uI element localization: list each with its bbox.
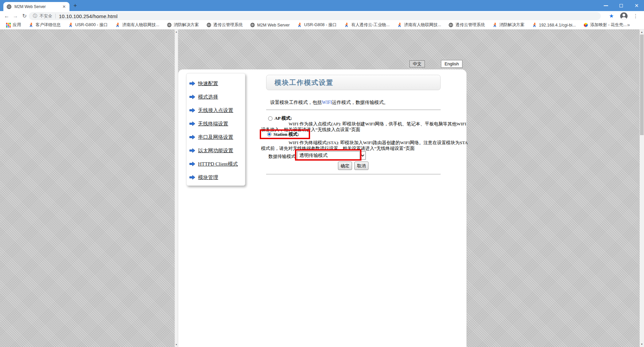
arrow-right-icon: [189, 175, 195, 180]
bookmark-label: USR-G800 - 接口: [75, 22, 108, 28]
bookmark-label: 消防解决方案: [174, 22, 199, 28]
sidebar-link[interactable]: 无线终端设置: [198, 121, 228, 127]
sidebar-item-uart-network[interactable]: 串口及网络设置: [189, 130, 245, 144]
bookmark-item[interactable]: 添加映射 - 花生壳...: [583, 22, 627, 28]
bookmarks-overflow-button[interactable]: »: [627, 22, 630, 27]
bookmark-star-icon[interactable]: ★: [607, 12, 615, 20]
frame-scrollbar[interactable]: ▲ ▼: [175, 30, 178, 347]
divider: [266, 110, 441, 110]
globe-icon: [250, 22, 255, 27]
scroll-up-icon[interactable]: ▲: [640, 30, 644, 35]
intro-text: 设置模块工作模式，包括WIFI运作模式，数据传输模式。: [270, 100, 388, 106]
arrow-right-icon: [189, 121, 195, 126]
browser-scrollbar[interactable]: ▲ ▼: [640, 30, 644, 347]
sidebar-item-sta-settings[interactable]: 无线终端设置: [189, 117, 245, 130]
arrow-right-icon: [189, 135, 195, 139]
globe-icon: [167, 22, 172, 27]
close-window-button[interactable]: ✕: [631, 0, 642, 11]
sidebar-link[interactable]: 快速配置: [198, 80, 218, 87]
sidebar-link[interactable]: 以太网功能设置: [198, 148, 233, 154]
bookmark-item[interactable]: 济南有人物联网技...: [397, 22, 441, 28]
transfer-mode-value: 透明传输模式: [299, 153, 328, 159]
minimize-button[interactable]: [600, 0, 611, 11]
person-icon: [532, 22, 537, 27]
ap-mode-option[interactable]: AP 模式:: [268, 115, 292, 121]
bookmark-label: 透传云管理系统: [455, 22, 485, 28]
sidebar-link[interactable]: 模式选择: [198, 94, 218, 100]
content-panel: 快速配置 模式选择 无线接入点设置 无线终端设置 串口及网络设置 以太网功能设置: [178, 69, 466, 347]
station-mode-description: WIFI 作为终端模式(STA): 即模块加入WIFI路由器创建的WIFI网络。…: [261, 140, 468, 151]
arrow-right-icon: [189, 108, 195, 113]
person-icon: [29, 22, 34, 27]
person-icon: [492, 22, 497, 27]
intro-pre: 设置模块工作模式，包括: [270, 100, 322, 105]
sidebar-link[interactable]: 无线接入点设置: [198, 107, 233, 114]
radio-ap-mode[interactable]: [268, 116, 273, 121]
url-bar[interactable]: ⓘ 不安全 10.10.100.254/home.html: [29, 12, 601, 20]
bookmark-item[interactable]: 透传云管理系统: [206, 22, 243, 28]
sidebar-item-ap-settings[interactable]: 无线接入点设置: [189, 104, 245, 117]
restore-button[interactable]: [615, 0, 627, 11]
bookmark-item[interactable]: USR-G808 - 接口: [297, 22, 337, 28]
bookmark-item[interactable]: 192.168.4.1/cgi-bi...: [532, 22, 576, 27]
sidebar-item-quick-config[interactable]: 快速配置: [189, 77, 245, 90]
lang-english-button[interactable]: English: [441, 60, 462, 68]
scrollbar-thumb[interactable]: [640, 35, 644, 135]
bookmark-item[interactable]: M2M Web Server: [250, 22, 290, 27]
sidebar: 快速配置 模式选择 无线接入点设置 无线终端设置 串口及网络设置 以太网功能设置: [186, 73, 245, 186]
person-icon: [344, 22, 349, 27]
apps-grid-icon: [6, 23, 11, 27]
bookmark-label: 消防解决方案: [499, 22, 525, 28]
cancel-button[interactable]: 取消: [354, 162, 368, 170]
bookmark-item[interactable]: 透传云管理系统: [448, 22, 485, 28]
sidebar-item-ethernet[interactable]: 以太网功能设置: [189, 144, 245, 157]
bookmark-item[interactable]: 济南有人物联网技...: [115, 22, 159, 28]
reload-button[interactable]: ↻: [20, 12, 29, 20]
sidebar-item-module-mgmt[interactable]: 模块管理: [189, 171, 245, 184]
tab-title: M2M Web Server: [14, 4, 62, 9]
divider: [266, 174, 441, 174]
browser-menu-button[interactable]: ⋮: [632, 12, 640, 20]
bookmark-item[interactable]: 有人透传云-工业物...: [344, 22, 390, 28]
bookmark-item[interactable]: 消防解决方案: [167, 22, 199, 28]
page-background: ▲ ▼ 中文 English 快速配置 模式选择 无线接入点设置 无线终端设置: [0, 30, 644, 347]
section-title-box: 模块工作模式设置: [266, 75, 441, 90]
apps-shortcut[interactable]: 应用: [6, 22, 21, 28]
select-arrow-zone[interactable]: [359, 152, 365, 159]
confirm-button[interactable]: 确定: [338, 162, 352, 170]
scroll-down-icon[interactable]: ▼: [175, 343, 178, 347]
bookmark-item[interactable]: 客户详细信息: [29, 22, 61, 28]
person-icon: [115, 22, 120, 27]
station-desc-line2: 模式前，请先对无线终端参数进行设置。相关设置请进入“无线终端设置”页面: [261, 146, 468, 151]
scroll-down-icon[interactable]: ▼: [640, 342, 644, 347]
profile-avatar[interactable]: [620, 12, 628, 20]
bookmark-item[interactable]: 消防解决方案: [492, 22, 525, 28]
tab-close-icon[interactable]: ✕: [62, 4, 66, 9]
sidebar-link[interactable]: 串口及网络设置: [198, 134, 233, 140]
bookmark-label: 添加映射 - 花生壳...: [590, 22, 627, 28]
bookmark-label: 济南有人物联网技...: [122, 22, 159, 28]
sidebar-item-httpd-client[interactable]: HTTPD Client模式: [189, 157, 245, 171]
new-tab-button[interactable]: +: [71, 3, 79, 9]
radio-station-mode[interactable]: [267, 132, 271, 136]
globe-icon: [448, 22, 453, 27]
sidebar-link[interactable]: HTTPD Client模式: [198, 161, 238, 167]
bookmark-label: M2M Web Server: [257, 23, 290, 27]
lang-chinese-button[interactable]: 中文: [409, 60, 425, 67]
transfer-mode-select[interactable]: 透明传输模式: [297, 151, 366, 160]
arrow-right-icon: [189, 95, 195, 99]
bookmark-item[interactable]: USR-G800 - 接口: [68, 22, 108, 28]
sidebar-item-mode-select[interactable]: 模式选择: [189, 90, 245, 104]
forward-button[interactable]: →: [11, 12, 19, 20]
scroll-up-icon[interactable]: ▲: [175, 30, 178, 34]
info-icon[interactable]: ⓘ: [33, 13, 37, 19]
person-icon: [297, 22, 302, 27]
back-button[interactable]: ←: [3, 12, 11, 20]
bookmark-label: 有人透传云-工业物...: [351, 22, 390, 28]
arrow-right-icon: [189, 81, 195, 86]
browser-toolbar: ← → ↻ ⓘ 不安全 10.10.100.254/home.html ★ ⋮: [0, 11, 644, 21]
tab-m2m-web-server[interactable]: M2M Web Server ✕: [3, 2, 69, 11]
sidebar-link[interactable]: 模块管理: [198, 174, 218, 181]
bookmark-label: 客户详细信息: [36, 22, 61, 28]
bookmark-label: 192.168.4.1/cgi-bi...: [539, 23, 576, 27]
